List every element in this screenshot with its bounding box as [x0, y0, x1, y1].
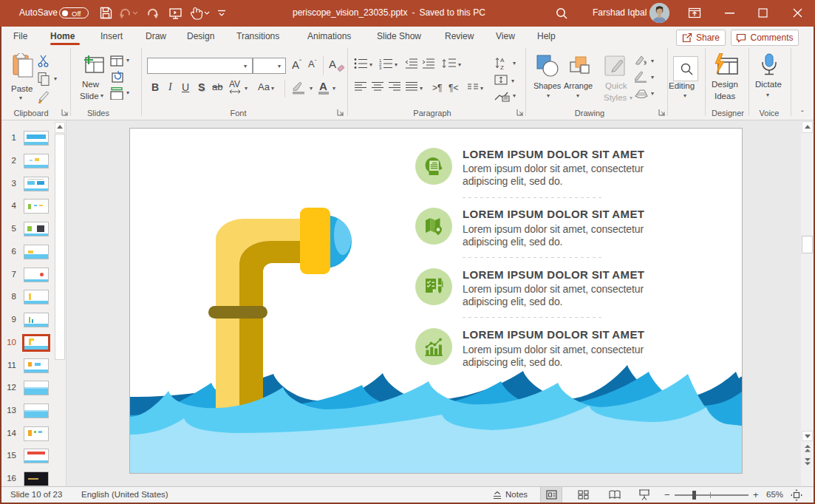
svg-text:Z: Z [500, 64, 504, 71]
svg-text:3: 3 [379, 66, 382, 69]
svg-text:A: A [500, 57, 505, 64]
